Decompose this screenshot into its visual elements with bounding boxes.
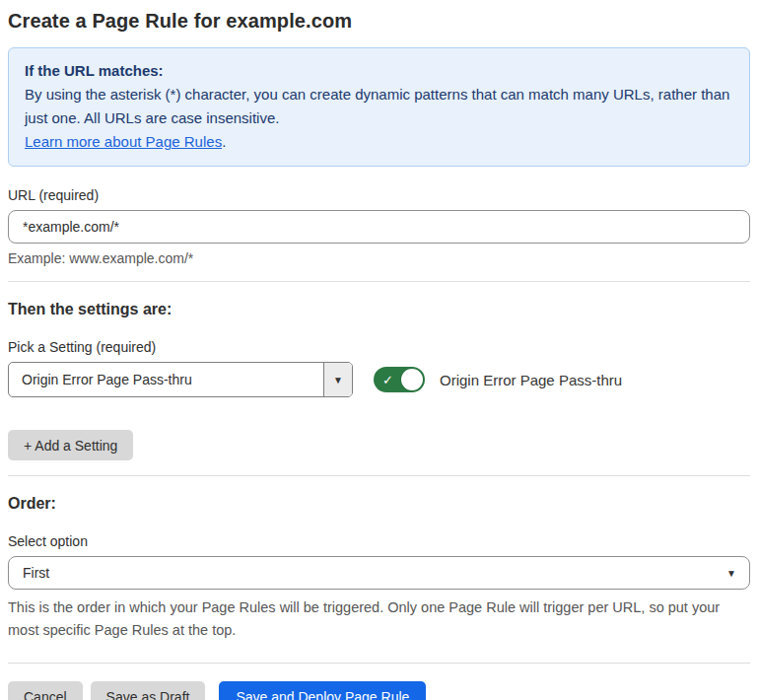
save-draft-button[interactable]: Save as Draft	[91, 681, 206, 700]
url-example-hint: Example: www.example.com/*	[8, 250, 750, 266]
check-icon: ✓	[382, 374, 393, 386]
setting-toggle-label: Origin Error Page Pass-thru	[440, 372, 622, 388]
chevron-down-icon: ▼	[726, 568, 736, 579]
cancel-button[interactable]: Cancel	[8, 681, 83, 700]
chevron-down-icon: ▼	[323, 363, 352, 396]
divider	[8, 281, 750, 282]
add-setting-button[interactable]: + Add a Setting	[8, 430, 133, 460]
page-title: Create a Page Rule for example.com	[8, 10, 750, 33]
order-dropdown-value: First	[23, 565, 49, 581]
form-actions: Cancel Save as Draft Save and Deploy Pag…	[8, 681, 750, 700]
url-input[interactable]	[8, 210, 750, 244]
divider	[8, 663, 750, 664]
url-field-label: URL (required)	[8, 187, 750, 203]
setting-toggle[interactable]: ✓	[374, 367, 425, 392]
link-suffix: .	[222, 133, 226, 150]
create-page-rule-form: Create a Page Rule for example.com If th…	[0, 0, 759, 700]
order-section-heading: Order:	[8, 495, 750, 513]
settings-section-heading: Then the settings are:	[8, 301, 750, 318]
setting-dropdown[interactable]: Origin Error Page Pass-thru ▼	[8, 362, 353, 397]
pick-setting-label: Pick a Setting (required)	[8, 339, 750, 355]
toggle-knob	[401, 369, 423, 390]
save-deploy-button[interactable]: Save and Deploy Page Rule	[219, 681, 426, 700]
info-box-body: By using the asterisk (*) character, you…	[25, 83, 733, 130]
order-select-label: Select option	[8, 533, 750, 549]
url-match-info-box: If the URL matches: By using the asteris…	[8, 47, 750, 167]
learn-more-link[interactable]: Learn more about Page Rules	[25, 133, 222, 150]
info-box-link-line: Learn more about Page Rules.	[25, 130, 733, 154]
setting-dropdown-value: Origin Error Page Pass-thru	[9, 363, 323, 396]
order-dropdown[interactable]: First ▼	[8, 556, 750, 590]
info-box-heading: If the URL matches:	[25, 59, 733, 83]
order-hint: This is the order in which your Page Rul…	[8, 596, 742, 642]
setting-row: Origin Error Page Pass-thru ▼ ✓ Origin E…	[8, 362, 750, 397]
divider	[8, 475, 750, 476]
